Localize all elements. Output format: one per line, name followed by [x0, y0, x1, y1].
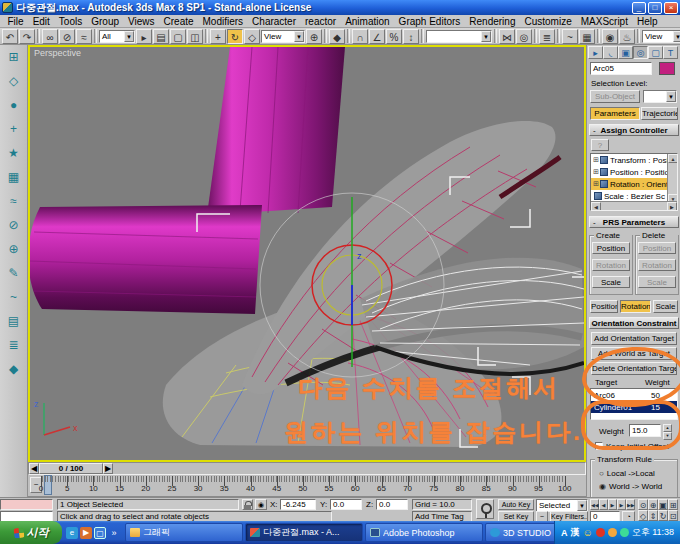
menu-item[interactable]: Animation — [341, 16, 394, 27]
assign-controller-rollout[interactable]: -Assign Controller — [589, 124, 679, 136]
go-start-button[interactable]: ◀◀ — [590, 499, 599, 510]
menu-item[interactable]: MAXScript — [576, 16, 632, 27]
material-editor-icon[interactable]: ◉ — [602, 29, 618, 44]
ie-quicklaunch-icon[interactable]: e — [66, 527, 78, 539]
undo-icon[interactable]: ↶ — [2, 29, 18, 44]
tree-vscrollbar[interactable]: ▲▼ — [667, 154, 677, 203]
expand-icon[interactable]: ⊞ — [593, 168, 599, 176]
controller-tree-row[interactable]: ⊞ Transform : Position/ — [591, 154, 677, 166]
menu-item[interactable]: Character — [248, 16, 301, 27]
close-button[interactable]: × — [664, 2, 678, 14]
object-name-field[interactable]: Arc05 — [590, 62, 652, 75]
rule-world-radio[interactable]: ◉World -> World — [599, 482, 662, 491]
taskbar-task[interactable]: 3D STUDIO MAX ... — [485, 523, 554, 542]
taskbar-task[interactable]: 다중관절.max - A... — [245, 523, 363, 542]
auto-key-button[interactable]: Auto Key — [498, 499, 534, 510]
scroll-left-icon[interactable]: ◀ — [591, 202, 601, 211]
zoom-all-icon[interactable]: ⊕ — [648, 499, 658, 510]
create-key-position-button[interactable]: Position — [592, 242, 630, 254]
prs-parameters-rollout[interactable]: -PRS Parameters — [589, 216, 679, 228]
crossing-icon[interactable]: ◫ — [187, 29, 203, 44]
taskbar-task[interactable]: 그래픽 — [125, 523, 243, 542]
chevron-down-icon[interactable]: ▼ — [294, 31, 304, 42]
ime-lang-indicator[interactable]: A — [561, 528, 568, 538]
collapse-icon[interactable]: - — [593, 318, 596, 329]
scroll-up-icon[interactable]: ▲ — [668, 154, 678, 163]
menu-item[interactable]: Customize — [520, 16, 576, 27]
tree-hscrollbar[interactable]: ◀▶ — [591, 201, 677, 210]
chevron-down-icon[interactable]: ▼ — [577, 500, 587, 511]
align-icon[interactable]: ◎ — [516, 29, 532, 44]
percent-snap-icon[interactable]: % — [386, 29, 402, 44]
fov-icon[interactable]: ◇ — [638, 510, 648, 521]
menu-item[interactable]: Edit — [28, 16, 54, 27]
ime-hanja-indicator[interactable]: 漢 — [570, 526, 579, 539]
maximize-button[interactable]: □ — [648, 2, 662, 14]
side-toolbar-icon[interactable]: ≈ — [3, 191, 25, 212]
menu-item[interactable]: Group — [87, 16, 124, 27]
controller-tree[interactable]: ⊞ Transform : Position/ ⊞ Position : Pos… — [590, 153, 678, 211]
menu-item[interactable]: Modifiers — [198, 16, 248, 27]
expand-icon[interactable]: ⊞ — [593, 156, 599, 164]
hierarchy-tab[interactable]: ▣ — [618, 46, 633, 59]
tray-icon-green[interactable] — [620, 528, 629, 537]
delete-key-rotation-button[interactable]: Rotation — [638, 259, 676, 271]
chevron-down-icon[interactable]: ▼ — [124, 31, 134, 42]
spinner-snap-icon[interactable]: ↕ — [403, 29, 419, 44]
pan-icon[interactable]: ⇕ — [648, 510, 658, 521]
menu-item[interactable]: File — [3, 16, 28, 27]
utilities-tab[interactable]: T — [663, 46, 678, 59]
x-coord-field[interactable]: -6.245 — [280, 499, 316, 510]
prev-frame-button[interactable]: ◀ — [599, 499, 608, 510]
position-mode-button[interactable]: Position — [590, 300, 618, 313]
select-by-name-icon[interactable]: ▤ — [153, 29, 169, 44]
scroll-right-icon[interactable]: ▶ — [667, 202, 677, 211]
selection-filter-dropdown[interactable]: All▼ — [99, 30, 135, 43]
side-toolbar-icon[interactable]: ⊞ — [3, 47, 25, 68]
selection-lock-icon[interactable] — [242, 499, 253, 510]
menu-item[interactable]: Create — [159, 16, 198, 27]
use-pivot-center-icon[interactable]: ⊕ — [306, 29, 322, 44]
side-toolbar-icon[interactable]: ⊘ — [3, 215, 25, 236]
curve-editor-icon[interactable]: ~ — [562, 29, 578, 44]
create-key-scale-button[interactable]: Scale — [592, 276, 630, 288]
display-tab[interactable]: ▢ — [648, 46, 663, 59]
set-key-icon[interactable] — [476, 499, 494, 519]
tray-icon-red[interactable] — [596, 528, 605, 537]
create-key-rotation-button[interactable]: Rotation — [592, 259, 630, 271]
collapse-icon[interactable]: - — [593, 125, 596, 136]
ref-coord-dropdown[interactable]: View▼ — [261, 30, 305, 43]
rect-region-icon[interactable]: ▢ — [170, 29, 186, 44]
side-toolbar-icon[interactable]: ● — [3, 95, 25, 116]
chevron-down-icon[interactable]: ▼ — [666, 91, 676, 102]
menu-item[interactable]: Graph Editors — [394, 16, 465, 27]
assign-controller-button[interactable]: ? — [591, 139, 609, 151]
expand-icon[interactable]: ⊞ — [593, 180, 599, 188]
controller-tree-row[interactable]: ⊞ Rotation : Orienta — [591, 178, 677, 190]
unlink-icon[interactable]: ⊘ — [59, 29, 75, 44]
collapse-icon[interactable]: - — [593, 217, 596, 228]
side-toolbar-icon[interactable]: ~ — [3, 287, 25, 308]
side-toolbar-icon[interactable]: ✎ — [3, 263, 25, 284]
time-slider-track[interactable]: ◀ 0 / 100 ▶ — [28, 462, 586, 475]
mirror-icon[interactable]: ⋈ — [499, 29, 515, 44]
select-and-link-icon[interactable]: ∞ — [42, 29, 58, 44]
taskbar-task[interactable]: Adobe Photoshop — [365, 523, 483, 542]
menu-item[interactable]: Views — [124, 16, 160, 27]
arc-rotate-icon[interactable]: ↻ — [658, 510, 668, 521]
render-preset-dropdown[interactable]: View▼ — [642, 30, 680, 43]
ime-smiley-icon[interactable]: ☺ — [582, 527, 592, 538]
go-end-button[interactable]: ▶▶ — [626, 499, 635, 510]
side-toolbar-icon[interactable]: ▤ — [3, 311, 25, 332]
chevron-down-icon[interactable]: ▼ — [481, 31, 491, 42]
delete-key-position-button[interactable]: Position — [638, 242, 676, 254]
menu-item[interactable]: Rendering — [465, 16, 520, 27]
snap-toggle-icon[interactable]: ∩ — [352, 29, 368, 44]
play-button[interactable]: ▶ — [608, 499, 617, 510]
create-tab[interactable]: ▸ — [588, 46, 603, 59]
trajectories-tab[interactable]: Trajectories — [641, 107, 678, 120]
menu-item[interactable]: reactor — [301, 16, 341, 27]
add-orientation-target-button[interactable]: Add Orientation Target — [591, 332, 677, 345]
tray-icon-orange[interactable] — [608, 528, 617, 537]
zoom-extents-all-icon[interactable]: ⊞ — [668, 499, 678, 510]
